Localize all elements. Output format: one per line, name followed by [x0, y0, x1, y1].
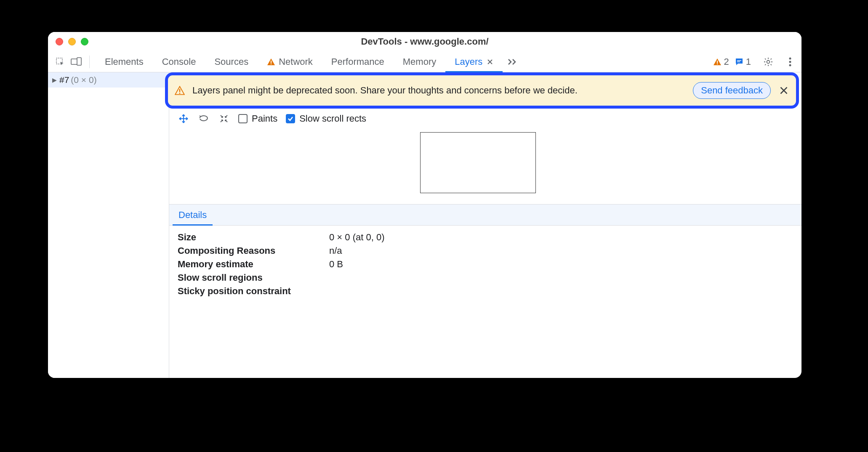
window-title: DevTools - www.google.com/ — [48, 36, 801, 47]
layer-id: #7 — [59, 75, 69, 85]
checkbox-icon — [286, 114, 295, 123]
details-tabs: Details — [169, 205, 801, 226]
close-tab-button[interactable] — [487, 58, 493, 65]
messages-counter[interactable]: 1 — [735, 56, 751, 67]
layer-rect[interactable] — [420, 132, 536, 193]
banner-close-button[interactable] — [778, 85, 789, 96]
layers-main: Layers panel might be deprecated soon. S… — [169, 72, 801, 378]
details-value: n/a — [329, 245, 342, 256]
details-table: Size 0 × 0 (at 0, 0) Compositing Reasons… — [169, 226, 801, 303]
svg-rect-13 — [179, 89, 180, 92]
svg-rect-6 — [717, 64, 718, 64]
device-toggle-button[interactable] — [69, 55, 83, 69]
details-value: 0 B — [329, 259, 343, 270]
checkbox-icon — [238, 114, 248, 123]
panel-tabs: Elements Console Sources Network Perform… — [96, 51, 503, 72]
svg-rect-5 — [717, 61, 718, 63]
svg-rect-4 — [271, 64, 272, 64]
tab-label: Layers — [455, 56, 482, 67]
svg-point-9 — [767, 60, 770, 63]
tab-label: Elements — [105, 56, 144, 67]
button-label: Send feedback — [701, 85, 763, 96]
send-feedback-button[interactable]: Send feedback — [693, 82, 771, 99]
details-row-sticky: Sticky position constraint — [178, 284, 793, 298]
paints-checkbox[interactable]: Paints — [238, 113, 277, 124]
viewer-toolbar: Paints Slow scroll rects — [169, 109, 801, 129]
details-row-compositing: Compositing Reasons n/a — [178, 244, 793, 258]
tab-memory[interactable]: Memory — [394, 51, 445, 72]
messages-count: 1 — [746, 56, 751, 67]
svg-point-10 — [789, 57, 791, 59]
fullscreen-window-button[interactable] — [81, 38, 88, 45]
svg-rect-8 — [737, 61, 740, 62]
tab-elements[interactable]: Elements — [96, 51, 153, 72]
layer-dimensions: (0 × 0) — [71, 75, 96, 85]
svg-rect-2 — [77, 58, 81, 65]
tab-layers[interactable]: Layers — [445, 51, 503, 72]
details-key: Sticky position constraint — [178, 286, 329, 297]
svg-rect-7 — [737, 60, 741, 61]
details-key: Memory estimate — [178, 259, 329, 270]
settings-button[interactable] — [761, 55, 775, 69]
tab-label: Network — [279, 56, 313, 67]
minimize-window-button[interactable] — [68, 38, 76, 45]
checkbox-label: Slow scroll rects — [299, 113, 366, 124]
disclosure-triangle-icon[interactable]: ▶ — [52, 77, 57, 83]
warning-icon — [267, 58, 275, 66]
devtools-window: DevTools - www.google.com/ Elements Cons… — [48, 32, 801, 378]
svg-rect-14 — [179, 93, 180, 93]
svg-rect-3 — [271, 61, 272, 63]
details-row-slow-scroll: Slow scroll regions — [178, 271, 793, 284]
tab-console[interactable]: Console — [153, 51, 205, 72]
tab-label: Details — [178, 210, 207, 221]
close-window-button[interactable] — [56, 38, 63, 45]
checkbox-label: Paints — [252, 113, 277, 124]
tab-details[interactable]: Details — [173, 205, 213, 225]
layers-viewer[interactable] — [169, 129, 801, 205]
layer-tree: ▶ #7 (0 × 0) — [48, 72, 169, 378]
tab-label: Sources — [214, 56, 248, 67]
rotate-mode-button[interactable] — [198, 113, 210, 125]
tab-sources[interactable]: Sources — [205, 51, 258, 72]
tab-network[interactable]: Network — [258, 51, 322, 72]
issue-counters: 2 1 — [713, 56, 751, 67]
details-key: Slow scroll regions — [178, 272, 329, 283]
kebab-menu-button[interactable] — [783, 55, 797, 69]
tab-performance[interactable]: Performance — [322, 51, 394, 72]
svg-point-11 — [789, 61, 791, 63]
devtools-toolbar: Elements Console Sources Network Perform… — [48, 51, 801, 72]
titlebar: DevTools - www.google.com/ — [48, 32, 801, 51]
deprecation-banner: Layers panel might be deprecated soon. S… — [168, 75, 796, 106]
more-tabs-button[interactable] — [504, 58, 521, 66]
divider — [89, 56, 90, 68]
svg-point-12 — [789, 64, 791, 66]
details-value: 0 × 0 (at 0, 0) — [329, 232, 384, 243]
warning-icon — [713, 58, 722, 66]
pan-mode-button[interactable] — [178, 113, 189, 125]
slow-scroll-rects-checkbox[interactable]: Slow scroll rects — [286, 113, 366, 124]
details-row-size: Size 0 × 0 (at 0, 0) — [178, 231, 793, 244]
reset-view-button[interactable] — [218, 113, 230, 125]
warning-icon — [175, 86, 185, 95]
details-key: Size — [178, 232, 329, 243]
tab-label: Console — [162, 56, 196, 67]
panel-body: ▶ #7 (0 × 0) Layers panel might be depre… — [48, 72, 801, 378]
details-row-memory: Memory estimate 0 B — [178, 258, 793, 271]
warnings-counter[interactable]: 2 — [713, 56, 729, 67]
warnings-count: 2 — [724, 56, 729, 67]
traffic-lights — [56, 38, 88, 45]
message-icon — [735, 58, 743, 66]
deprecation-banner-highlight: Layers panel might be deprecated soon. S… — [169, 72, 801, 109]
inspect-element-button[interactable] — [53, 55, 67, 69]
tab-label: Memory — [403, 56, 436, 67]
banner-text: Layers panel might be deprecated soon. S… — [192, 85, 685, 96]
details-key: Compositing Reasons — [178, 245, 329, 256]
tab-label: Performance — [331, 56, 384, 67]
layer-tree-item[interactable]: ▶ #7 (0 × 0) — [48, 72, 169, 88]
